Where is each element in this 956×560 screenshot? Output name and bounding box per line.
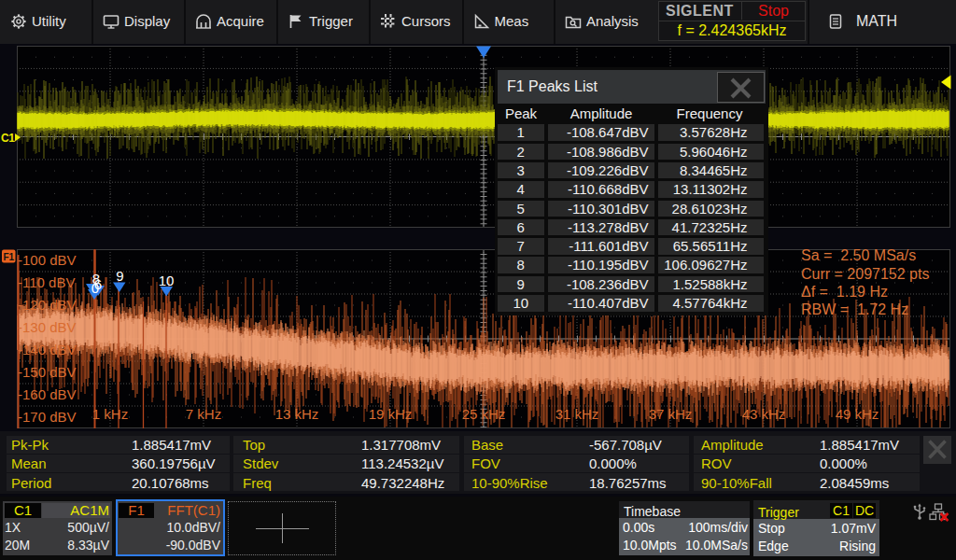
svg-text:F1: F1 <box>3 252 14 262</box>
svg-text:9: 9 <box>116 268 123 284</box>
svg-text:0: 0 <box>91 280 99 296</box>
svg-text:10: 10 <box>159 273 175 288</box>
